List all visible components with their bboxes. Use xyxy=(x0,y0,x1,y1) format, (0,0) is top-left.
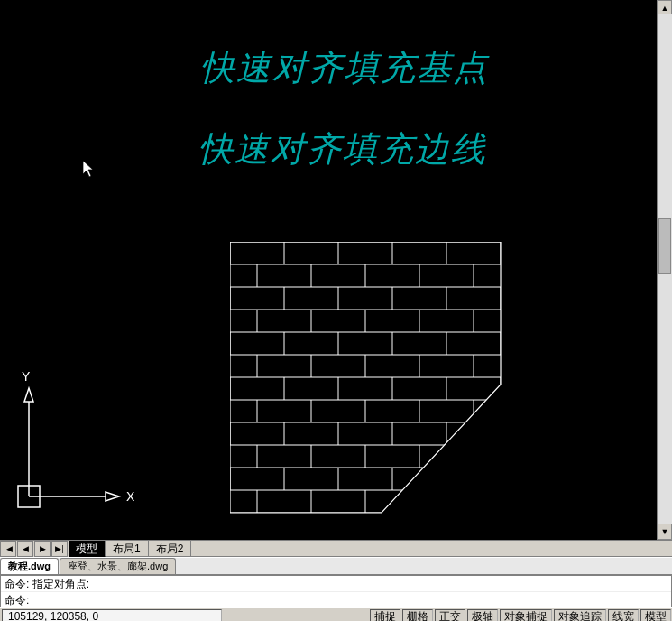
layout-tab-layout1[interactable]: 布局1 xyxy=(106,541,149,557)
ucs-y-label: Y xyxy=(22,370,31,384)
layout-tab-layout2[interactable]: 布局2 xyxy=(149,541,192,557)
svg-marker-76 xyxy=(106,492,119,501)
tab-nav-next[interactable]: ▶ xyxy=(34,541,51,557)
scroll-track[interactable] xyxy=(658,14,672,525)
tab-nav-prev[interactable]: ◀ xyxy=(17,541,33,557)
cursor-icon xyxy=(83,161,96,179)
tab-nav-last[interactable]: ▶| xyxy=(51,541,68,557)
toggle-grid[interactable]: 栅格 xyxy=(402,609,433,621)
toggle-model[interactable]: 模型 xyxy=(640,609,671,621)
drawing-text-1: 快速对齐填充基点 xyxy=(200,45,489,91)
status-bar: 105129, 120358, 0 捕捉 栅格 正交 极轴 对象捕捉 对象追踪 … xyxy=(0,607,672,621)
vertical-scrollbar[interactable]: ▲ ▼ xyxy=(657,0,672,540)
scroll-down-button[interactable]: ▼ xyxy=(658,524,672,540)
toggle-otrack[interactable]: 对象追踪 xyxy=(554,609,606,621)
command-history-line: 命令: 指定对角点: xyxy=(1,576,671,592)
command-window[interactable]: 命令: 指定对角点: 命令: xyxy=(0,575,672,607)
svg-marker-74 xyxy=(24,388,33,402)
ucs-icon: Y X xyxy=(11,370,137,514)
toggle-polar[interactable]: 极轴 xyxy=(467,609,498,621)
toggle-osnap[interactable]: 对象捕捉 xyxy=(500,609,552,621)
toggle-snap[interactable]: 捕捉 xyxy=(370,609,400,621)
ucs-x-label: X xyxy=(126,489,135,504)
toggle-lweight[interactable]: 线宽 xyxy=(608,609,639,621)
drawing-text-2: 快速对齐填充边线 xyxy=(198,126,487,172)
scroll-thumb[interactable] xyxy=(658,218,671,274)
model-viewport[interactable]: 快速对齐填充基点 快速对齐填充边线 xyxy=(0,0,672,540)
tab-nav-first[interactable]: |◀ xyxy=(0,541,16,557)
hatch-brick-shape xyxy=(230,242,510,522)
layout-tab-model[interactable]: 模型 xyxy=(69,541,106,557)
toggle-ortho[interactable]: 正交 xyxy=(435,609,465,621)
file-tab-1[interactable]: 座登、水景、廊架.dwg xyxy=(60,558,176,574)
command-input-line[interactable]: 命令: xyxy=(1,592,671,608)
coordinates-readout: 105129, 120358, 0 xyxy=(2,609,222,621)
layout-tab-bar: |◀ ◀ ▶ ▶| 模型 布局1 布局2 xyxy=(0,540,672,557)
file-tab-0[interactable]: 教程.dwg xyxy=(0,558,59,574)
file-tab-bar: 教程.dwg 座登、水景、廊架.dwg xyxy=(0,557,672,575)
